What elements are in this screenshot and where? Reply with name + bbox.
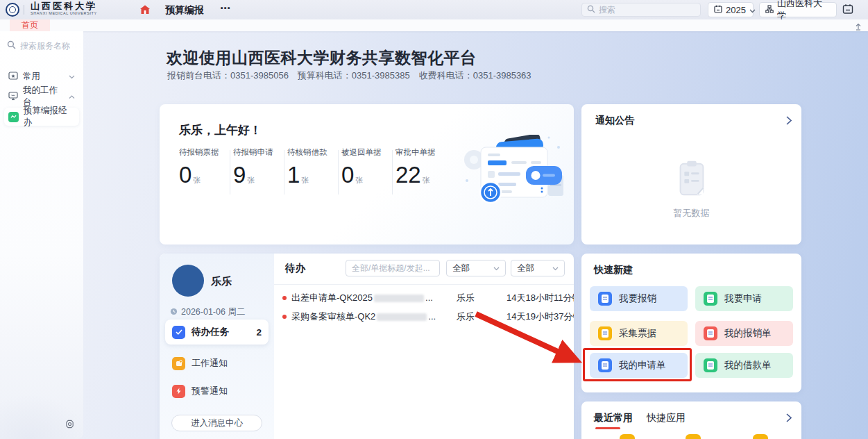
collapse-up-icon[interactable] [854,21,862,33]
stat-label: 待报销申请 [233,147,284,158]
greeting-card: 乐乐，上午好！ 待报销票据 0张 待报销申请 9张 待核销借款 1张 被退回单据… [160,104,574,245]
quick-button-reimburse[interactable]: 我要报销 [590,286,688,311]
masked-number [377,313,427,321]
university-branding: 山西医科大学 SHANXI MEDICAL UNIVERSITY [31,1,97,16]
year-value: 2025 [726,5,746,15]
search-input[interactable] [599,5,682,15]
work-notice-icon [172,357,185,370]
profile-name: 乐乐 [211,275,232,288]
quick-button-label: 我要报销 [619,292,656,305]
sidebar-item-label: 预算编报经办 [24,105,75,129]
menu-item-label: 待办任务 [192,326,229,338]
message-center-button[interactable]: 进入消息中心 [171,415,262,431]
sidebar-item-workbench[interactable]: 我的工作台 [4,88,79,106]
budget-module-icon [8,112,19,122]
todo-doc-title: 采购备案审核单-QK2... [291,310,436,323]
menu-item-label: 工作通知 [192,357,228,370]
topbar: 山西医科大学 SHANXI MEDICAL UNIVERSITY 预算编报 ⋯ … [0,0,868,19]
stat-label: 被退回单据 [341,147,392,158]
annotation-highlight-box [583,348,692,381]
menu-item-alert-notices[interactable]: 预警通知 [172,381,264,401]
sidebar-item-frequent[interactable]: 常用 [4,67,79,85]
todo-elapsed-time: 14天19小时37分钟... [507,310,574,323]
menu-item-todo-tasks[interactable]: 待办任务 2 [165,320,269,345]
select-value: 全部 [452,263,470,274]
university-name: 山西医科大学 [31,1,97,10]
todo-tasks-icon [172,326,185,339]
stat-pending-applications[interactable]: 待报销申请 9张 [230,147,284,194]
service-search-input[interactable] [20,41,76,51]
tab-home[interactable]: 首页 [10,19,50,31]
stat-label: 审批中单据 [395,147,446,158]
chevron-right-icon[interactable] [786,115,792,128]
quick-button-label: 我要申请 [724,292,762,305]
tab-quick-apps[interactable]: 快捷应用 [647,412,686,424]
divider [24,5,24,15]
tab-recent-frequent[interactable]: 最近常用 [594,412,633,424]
stat-in-approval-docs[interactable]: 审批中单据 22张 [393,147,446,194]
tab-budget-reporting[interactable]: 预算编报 [165,4,204,17]
org-select[interactable]: 山西医科大学 [759,2,837,17]
stat-pending-tickets[interactable]: 待报销票据 0张 [176,147,230,194]
finance-illustration [461,135,565,207]
quick-button-collect-tickets[interactable]: 采集票据 [590,321,688,346]
todo-count-badge: 2 [256,327,262,338]
todo-row[interactable]: 出差申请单-QK2025... 乐乐 14天18小时11分钟... [274,288,574,307]
unread-dot [282,296,287,300]
reimburse-doc-icon [598,292,612,306]
quick-button-apply[interactable]: 我要申请 [695,286,793,311]
empty-text: 暂无数据 [581,207,801,220]
notice-title: 通知公告 [595,115,634,127]
quick-button-my-loans[interactable]: 我的借款单 [695,353,793,378]
masked-number [374,295,424,302]
settings-gear-icon[interactable] [65,419,75,432]
quick-button-label: 我的借款单 [724,359,772,372]
stat-returned-docs[interactable]: 被退回单据 0张 [339,147,392,194]
university-logo-icon [6,3,19,17]
menu-item-work-notices[interactable]: 工作通知 [172,353,264,374]
calendar-button-icon[interactable] [842,3,853,17]
stats-row: 待报销票据 0张 待报销申请 9张 待核销借款 1张 被退回单据 0张 审批中单… [176,147,446,194]
stat-pending-loans[interactable]: 待核销借款 1张 [284,147,338,194]
todo-row[interactable]: 采购备案审核单-QK2... 乐乐 14天19小时37分钟... [274,307,574,326]
page-tab-row: 首页 [0,19,868,31]
workbench-card: 乐乐 2026-01-06 周二 待办任务 2 工作通知 [160,254,574,439]
chevron-down-icon [552,263,559,273]
quick-create-title: 快速新建 [594,264,633,276]
alert-icon [172,385,185,398]
unread-dot [282,315,287,319]
quick-button-label: 采集票据 [619,327,656,340]
home-icon[interactable] [139,4,151,15]
date-text: 2026-01-06 周二 [181,306,245,318]
sidebar-item-budget-handling[interactable]: 预算编报经办 [4,108,79,126]
todo-owner: 乐乐 [457,310,475,323]
screen: 山西医科大学 SHANXI MEDICAL UNIVERSITY 预算编报 ⋯ … [0,0,868,439]
stat-value: 22张 [395,163,446,186]
ticket-icon [598,326,612,340]
recent-tabs: 最近常用 快捷应用 [594,412,686,424]
loan-list-icon [704,358,717,372]
todo-filter-select-1[interactable]: 全部 [446,260,506,276]
app-shortcut-icon[interactable] [620,434,635,439]
sidebar-item-label: 常用 [23,71,40,83]
quick-button-my-reimbursements[interactable]: 我的报销单 [695,321,793,346]
clipboard-icon [672,158,712,199]
app-shortcut-icon[interactable] [753,434,768,439]
todo-filter-select-2[interactable]: 全部 [511,260,565,276]
chevron-up-icon [69,92,75,101]
welcome-subtitle: 报销前台电话：0351-3985056 预算科电话：0351-3985385 收… [167,69,531,82]
avatar[interactable] [172,265,204,297]
chevron-right-icon[interactable] [786,413,792,425]
stat-label: 待报销票据 [179,147,230,158]
todo-elapsed-time: 14天18小时11分钟... [507,292,574,304]
menu-item-label: 预警通知 [192,385,228,397]
global-search[interactable] [581,3,701,17]
app-shortcut-icon[interactable] [686,434,701,439]
todo-filter-input[interactable] [346,260,440,276]
todo-title: 待办 [285,262,305,275]
chevron-down-icon [749,5,756,15]
year-select[interactable]: 2025 [708,2,754,17]
more-tabs-button[interactable]: ⋯ [220,2,231,15]
todo-owner: 乐乐 [457,292,475,304]
sidebar-service-search[interactable] [7,40,78,52]
